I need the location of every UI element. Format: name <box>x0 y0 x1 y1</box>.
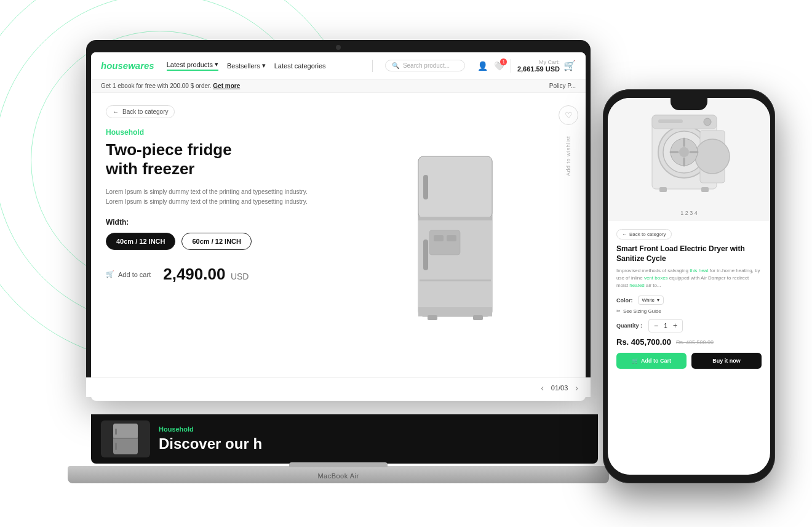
chevron-down-icon: ▾ <box>262 62 266 70</box>
laptop-screen: housewares Latest products ▾ Bestsellers… <box>91 52 586 401</box>
add-to-cart-button[interactable]: 🛒 Add to cart <box>106 270 151 278</box>
laptop-screen-frame: housewares Latest products ▾ Bestsellers… <box>86 40 591 397</box>
back-to-category-button[interactable]: ← Back to category <box>106 105 175 118</box>
purchase-row: 🛒 Add to cart 2,490.00 USD <box>106 265 310 284</box>
phone-original-price: Rs. 405,500.00 <box>676 339 714 345</box>
promo-link[interactable]: Get more <box>213 82 240 89</box>
nav-label: Latest products <box>167 61 213 68</box>
nav-items: Latest products ▾ Bestsellers ▾ Latest c… <box>167 60 360 71</box>
policy-text: Policy P... <box>549 82 576 89</box>
color-select[interactable]: White ▾ <box>638 296 664 305</box>
promo-text: Get 1 ebook for free with 200.00 $ order… <box>101 82 240 89</box>
dryer-image <box>646 112 732 207</box>
nav-item-bestsellers[interactable]: Bestsellers ▾ <box>227 62 266 70</box>
phone-sizing-row[interactable]: ✂ See Sizing Guide <box>616 308 762 314</box>
search-box[interactable]: 🔍 Search product... <box>385 60 465 71</box>
decrease-qty-button[interactable]: − <box>654 321 658 330</box>
product-title: Two-piece fridgewith freezer <box>106 140 310 179</box>
bottom-headline: Discover our h <box>159 435 588 453</box>
prev-page-button[interactable]: ‹ <box>541 383 544 393</box>
laptop-base: MacBook Air <box>68 466 609 483</box>
nav-separator <box>372 60 373 72</box>
brand-logo: housewares <box>101 60 154 71</box>
svg-rect-10 <box>420 280 491 281</box>
image-dots: 1 2 3 4 <box>680 210 698 216</box>
width-option-60cm[interactable]: 60cm / 12 INCH <box>181 233 251 250</box>
svg-rect-15 <box>113 438 138 439</box>
svg-rect-31 <box>658 119 683 123</box>
qty-value: 1 <box>662 323 669 329</box>
color-label: Color: <box>616 297 633 304</box>
svg-rect-7 <box>429 230 460 255</box>
phone-product-title: Smart Front Load Electric Dryer with San… <box>616 244 762 264</box>
product-category: Household <box>106 128 310 137</box>
phone-add-to-cart-button[interactable]: 🛒 Add to Cart <box>616 353 687 369</box>
phone-action-row: 🛒 Add to Cart Buy it now <box>616 353 762 369</box>
desc-text-1: Improvised methods of salvaging <box>616 268 690 273</box>
width-label: Width: <box>106 218 310 227</box>
phone-screen: 1 2 3 4 ← Back to category Smart Front L… <box>608 98 770 475</box>
svg-point-24 <box>679 147 689 157</box>
svg-rect-32 <box>659 187 667 192</box>
chevron-down-icon: ▾ <box>657 297 659 303</box>
sizing-guide-link[interactable]: See Sizing Guide <box>623 308 661 314</box>
search-placeholder: Search product... <box>403 62 450 69</box>
header-icons: 👤 🤍 1 My Cart: 2,661.59 USD 🛒 <box>477 59 576 73</box>
cart-section[interactable]: My Cart: 2,661.59 USD 🛒 <box>511 59 576 73</box>
svg-point-22 <box>695 139 730 174</box>
next-page-button[interactable]: › <box>575 383 578 393</box>
cart-info: My Cart: 2,661.59 USD <box>517 59 560 73</box>
nav-label: Bestsellers <box>227 62 260 70</box>
search-icon: 🔍 <box>392 62 399 69</box>
width-options: 40cm / 12 INCH 60cm / 12 INCH <box>106 233 310 250</box>
desc-highlight: this heat <box>690 268 708 273</box>
svg-rect-5 <box>423 175 428 199</box>
svg-rect-33 <box>701 187 709 192</box>
laptop-device: housewares Latest products ▾ Bestsellers… <box>86 40 603 483</box>
cart-icon: 🛒 <box>632 358 639 364</box>
qty-label: Quantity : <box>616 323 642 329</box>
heart-button[interactable]: ♡ <box>559 105 578 125</box>
product-image-area: ♡ Add to wishlist <box>325 93 586 379</box>
laptop-camera <box>336 45 341 50</box>
phone-buy-now-button[interactable]: Buy it now <box>691 353 762 369</box>
increase-qty-button[interactable]: + <box>673 321 677 330</box>
phone-device: 1 2 3 4 ← Back to category Smart Front L… <box>603 89 775 483</box>
svg-rect-2 <box>418 217 492 220</box>
user-icon[interactable]: 👤 <box>477 61 488 71</box>
product-description: Lorem Ipsum is simply dummy text of the … <box>106 187 310 207</box>
cart-icon: 🛒 <box>106 270 114 278</box>
nav-item-latest-products[interactable]: Latest products ▾ <box>167 60 218 71</box>
back-arrow-icon: ← <box>622 231 627 237</box>
product-info-panel: ← Back to category Household Two-piece f… <box>91 93 325 379</box>
phone-color-row: Color: White ▾ <box>616 296 762 305</box>
main-scene: housewares Latest products ▾ Bestsellers… <box>0 0 812 527</box>
svg-rect-4 <box>418 307 492 316</box>
fridge-image <box>400 150 511 323</box>
desc-highlight-2: vent boxes <box>644 275 668 281</box>
phone-product-description: Improvised methods of salvaging this hea… <box>616 267 762 289</box>
phone-price: Rs. 405,700.00 <box>616 337 671 347</box>
promo-bar: Get 1 ebook for free with 200.00 $ order… <box>91 79 586 93</box>
wishlist-icon[interactable]: 🤍 1 <box>494 61 504 71</box>
bottom-product-thumbnail <box>101 420 150 457</box>
svg-rect-8 <box>434 235 444 241</box>
phone-quantity-row: Quantity : − 1 + <box>616 319 762 332</box>
cart-amount: 2,661.59 USD <box>517 65 560 73</box>
svg-rect-12 <box>473 315 483 320</box>
phone-notch <box>671 98 707 110</box>
svg-rect-1 <box>418 156 492 218</box>
laptop-hinge <box>289 462 388 467</box>
nav-item-categories[interactable]: Latest categories <box>274 62 326 70</box>
thumbnail-fridge-image <box>110 422 141 456</box>
price-display: 2,490.00 USD <box>163 265 249 284</box>
desc-text-4: air to... <box>646 283 661 288</box>
bottom-category: Household <box>159 425 588 433</box>
bottom-text-area: Household Discover our h <box>159 425 588 453</box>
pagination-row: ‹ 01/03 › <box>91 377 586 397</box>
cart-icon[interactable]: 🛒 <box>563 60 576 71</box>
chevron-down-icon: ▾ <box>215 60 218 68</box>
page-indicator: 01/03 <box>551 384 568 392</box>
phone-back-button[interactable]: ← Back to category <box>616 229 672 239</box>
width-option-40cm[interactable]: 40cm / 12 INCH <box>106 233 175 250</box>
